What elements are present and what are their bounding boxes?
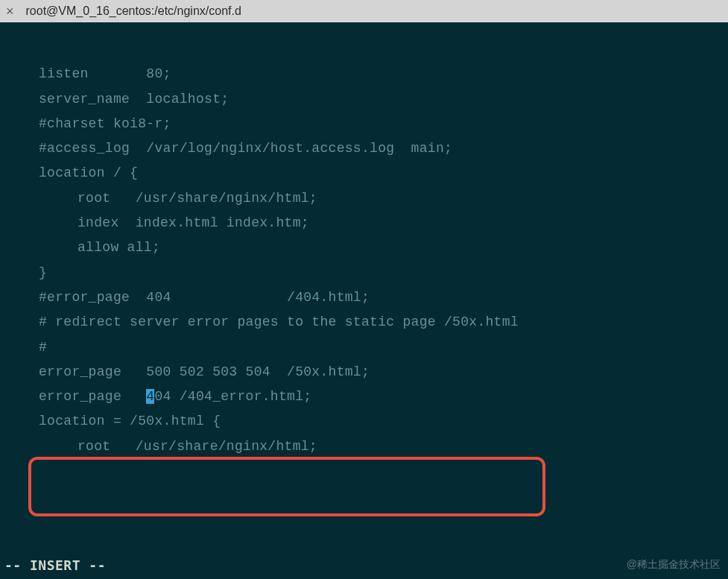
window-title: root@VM_0_16_centos:/etc/nginx/conf.d bbox=[26, 4, 241, 18]
code-line: # redirect server error pages to the sta… bbox=[0, 310, 728, 335]
code-line: #error_page 404 /404.html; bbox=[0, 285, 728, 310]
code-line: listen 80; bbox=[0, 62, 728, 86]
code-line: error_page 404 /404_error.html; bbox=[0, 385, 728, 409]
code-line: allow all; bbox=[0, 235, 728, 260]
code-line: server_name localhost; bbox=[0, 87, 728, 112]
code-line: index index.html index.htm; bbox=[0, 211, 728, 235]
code-line: location / { bbox=[0, 161, 728, 186]
code-line: #access_log /var/log/nginx/host.access.l… bbox=[0, 136, 728, 161]
editor-area[interactable]: listen 80;server_name localhost;#charset… bbox=[0, 22, 728, 509]
close-icon[interactable]: × bbox=[6, 4, 14, 19]
code-line: root /usr/share/nginx/html; bbox=[0, 186, 728, 211]
code-line: location = /50x.html { bbox=[0, 409, 728, 434]
code-line: # bbox=[0, 335, 728, 360]
vim-mode-status: -- INSERT -- bbox=[4, 557, 106, 573]
highlight-annotation bbox=[28, 457, 545, 516]
code-line: #charset koi8-r; bbox=[0, 112, 728, 136]
code-text: error_page bbox=[39, 389, 146, 404]
code-line: root /usr/share/nginx/html; bbox=[0, 434, 728, 459]
code-line: error_page 500 502 503 504 /50x.html; bbox=[0, 360, 728, 385]
code-line: } bbox=[0, 261, 728, 285]
cursor: 4 bbox=[146, 389, 154, 404]
titlebar: × root@VM_0_16_centos:/etc/nginx/conf.d bbox=[0, 0, 728, 22]
watermark: @稀土掘金技术社区 bbox=[627, 558, 721, 572]
code-text: 04 /404_error.html; bbox=[154, 389, 311, 404]
